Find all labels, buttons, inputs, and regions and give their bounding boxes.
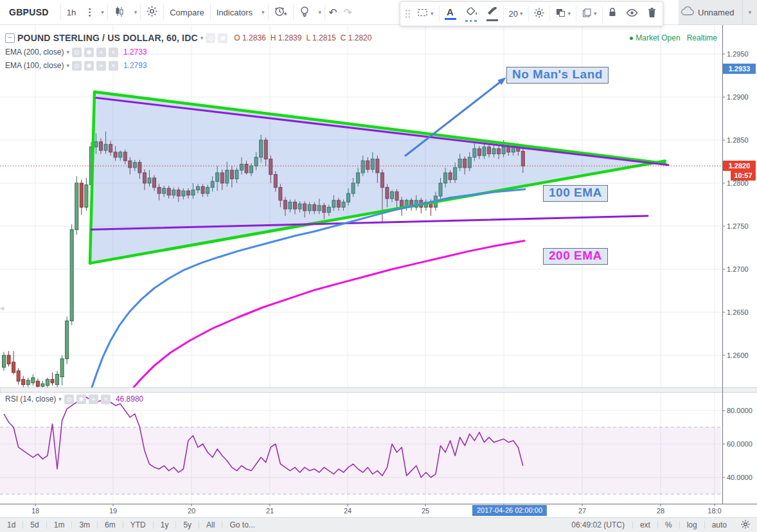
symbol-label: GBPUSD xyxy=(9,7,49,17)
text-color-button[interactable]: A xyxy=(440,2,461,26)
price-tick-label: 1.2750 xyxy=(727,222,756,230)
compare-button[interactable]: Compare xyxy=(164,0,209,24)
chevron-down-icon[interactable]: ▾ xyxy=(66,63,69,69)
divider xyxy=(528,6,529,22)
plus-icon[interactable]: + xyxy=(96,61,106,71)
chart-title: POUND STERLING / US DOLLAR, 60, IDC xyxy=(17,33,198,43)
delete-button[interactable] xyxy=(643,2,661,26)
layout-dropdown-button[interactable]: ▾ xyxy=(742,0,757,24)
range-button-ytd[interactable]: YTD xyxy=(123,520,153,529)
color-swatch xyxy=(486,19,498,21)
indicators-dropdown-button[interactable]: ▾ xyxy=(258,0,268,24)
trash-icon xyxy=(647,7,657,21)
candle-body xyxy=(17,371,20,381)
font-size-button[interactable]: 20 ▾ xyxy=(504,2,528,26)
gear-icon xyxy=(741,522,750,531)
fill-color-button[interactable] xyxy=(461,2,482,26)
border-color-button[interactable] xyxy=(482,2,503,26)
lock-button[interactable] xyxy=(603,2,621,26)
collapse-pane-icon[interactable]: − xyxy=(5,33,15,43)
time-tick-label: 24 xyxy=(344,507,352,515)
indicators-button[interactable]: Indicators xyxy=(211,0,258,24)
pane-separator xyxy=(0,388,757,393)
bottom-toolbar: 1d5d1m3m6mYTD1y5yAll Go to... 06:49:02 (… xyxy=(0,517,757,532)
interval-button[interactable]: 1h xyxy=(61,0,82,24)
eye-icon[interactable]: ⊙ xyxy=(72,61,82,71)
kebab-icon: ⋮ xyxy=(85,6,94,18)
price-tick-label: 1.2700 xyxy=(727,265,756,273)
plus-icon[interactable]: + xyxy=(96,48,106,57)
bottom-settings-button[interactable] xyxy=(734,520,757,531)
cloud-save-icon[interactable] xyxy=(681,6,694,18)
range-button-1y[interactable]: 1y xyxy=(154,520,176,529)
drag-handle[interactable] xyxy=(405,9,411,19)
price-tick-label: 1.2900 xyxy=(727,93,756,101)
chevron-down-icon: ▾ xyxy=(101,10,104,15)
chart-style-dropdown-button[interactable]: ▾ xyxy=(131,0,141,24)
drawing-settings-button[interactable] xyxy=(530,2,549,26)
toggle-ext[interactable]: ext xyxy=(633,520,657,529)
paint-bucket-icon xyxy=(465,6,477,19)
time-tick-label: 25 xyxy=(422,507,429,515)
candle-body xyxy=(12,362,15,373)
close-icon[interactable]: × xyxy=(109,61,118,71)
clock-label[interactable]: 06:49:02 (UTC) xyxy=(564,520,632,529)
gear-icon[interactable]: ✱ xyxy=(218,33,227,43)
ideas-button[interactable] xyxy=(294,0,316,24)
range-button-5d[interactable]: 5d xyxy=(23,520,46,529)
redo-button[interactable]: ↷ xyxy=(341,0,355,24)
gear-icon[interactable]: ✱ xyxy=(84,48,94,57)
chart-properties-button[interactable] xyxy=(141,0,163,24)
scroll-left-icon[interactable]: ◂ xyxy=(0,303,4,312)
price-pane xyxy=(3,92,669,389)
range-button-all[interactable]: All xyxy=(199,520,222,529)
time-tick-label: 27 xyxy=(578,507,586,515)
goto-button[interactable]: Go to... xyxy=(222,520,262,529)
toggle-auto[interactable]: auto xyxy=(705,520,734,529)
chart-canvas[interactable] xyxy=(0,0,757,532)
range-button-5y[interactable]: 5y xyxy=(176,520,199,529)
chevron-down-icon[interactable]: ▾ xyxy=(66,49,69,55)
gear-icon[interactable]: ✱ xyxy=(84,61,94,71)
toggle-percent[interactable]: % xyxy=(658,520,679,529)
ema200-annotation[interactable]: 200 EMA xyxy=(543,248,608,265)
rsi-pane xyxy=(0,397,721,494)
chevron-down-icon: ▾ xyxy=(262,10,265,15)
candle-body xyxy=(66,321,69,359)
undo-button[interactable]: ↶ xyxy=(325,0,340,24)
chevron-down-icon[interactable]: ▾ xyxy=(58,396,62,402)
hide-button[interactable] xyxy=(621,2,643,26)
clone-button[interactable]: ▾ xyxy=(577,2,601,26)
range-button-3m[interactable]: 3m xyxy=(72,520,97,529)
range-button-1d[interactable]: 1d xyxy=(0,520,22,529)
divider xyxy=(503,6,504,22)
symbol-search-button[interactable]: GBPUSD xyxy=(0,0,60,24)
toggle-log[interactable]: log xyxy=(680,520,704,529)
visual-order-button[interactable]: ▾ xyxy=(551,2,576,26)
candle-body xyxy=(7,355,10,364)
dashed-rectangle-icon xyxy=(417,8,429,20)
chevron-down-icon[interactable]: ▾ xyxy=(200,35,204,41)
range-button-6m[interactable]: 6m xyxy=(98,520,123,529)
chevron-down-icon: ▾ xyxy=(594,11,597,17)
add-alert-button[interactable] xyxy=(269,0,293,24)
plus-icon[interactable]: + xyxy=(89,395,98,404)
close-icon[interactable]: × xyxy=(101,395,111,404)
ema100-annotation[interactable]: 100 EMA xyxy=(543,185,608,202)
range-button-1m[interactable]: 1m xyxy=(47,520,72,529)
candle-body xyxy=(31,378,35,383)
close-icon[interactable]: × xyxy=(109,48,118,57)
chart-style-button[interactable] xyxy=(108,0,131,24)
eye-icon[interactable]: ⊙ xyxy=(64,395,74,404)
layout-name-button[interactable]: Unnamed xyxy=(698,8,734,17)
gear-icon[interactable]: ✱ xyxy=(76,395,86,404)
interval-dropdown-button[interactable]: ▾ xyxy=(98,0,107,24)
no-mans-land-annotation[interactable]: No Man's Land xyxy=(506,67,609,84)
eye-icon[interactable]: ⊙ xyxy=(72,48,82,57)
border-style-button[interactable]: ▾ xyxy=(413,2,438,26)
interval-menu-button[interactable]: ⋮ xyxy=(82,0,98,24)
ideas-dropdown-button[interactable]: ▾ xyxy=(316,0,325,24)
redo-icon: ↷ xyxy=(344,6,352,19)
eye-icon[interactable]: ⊙ xyxy=(206,33,215,43)
ema100-legend-row: EMA (100, close) ▾ ⊙ ✱ + × 1.2793 xyxy=(5,60,147,71)
